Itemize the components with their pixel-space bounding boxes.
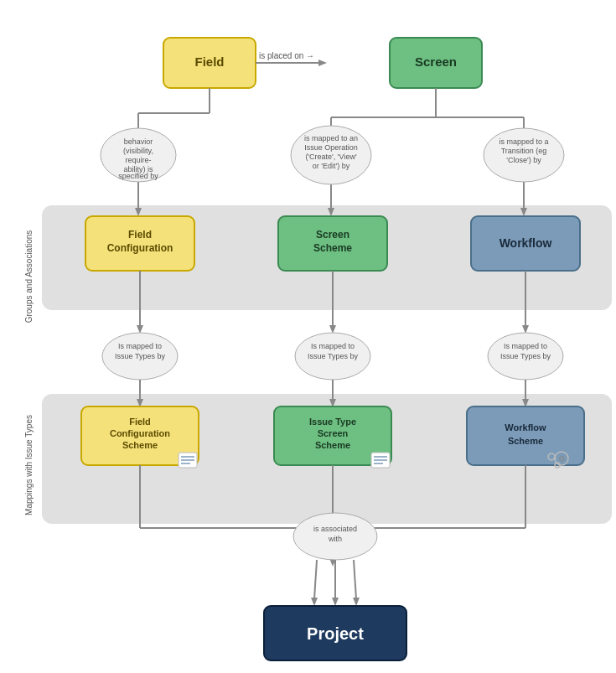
field-config-label-1: Field: [128, 229, 152, 241]
fcs-label-3: Scheme: [122, 440, 158, 450]
field-screen-arrow: [318, 60, 327, 66]
transition-label-3: 'Close') by: [506, 156, 541, 164]
transition-bubble: [484, 128, 564, 182]
is-placed-on-label: is placed on →: [259, 51, 314, 60]
groups-associations-label: Groups and Associations: [24, 230, 34, 324]
assoc-label-2: with: [328, 535, 342, 543]
fcs-label-2: Configuration: [110, 428, 170, 438]
screen-scheme-label-2: Scheme: [313, 242, 352, 254]
assoc-label-1: is associated: [313, 525, 357, 533]
fc-mapped-1: Is mapped to: [118, 342, 162, 350]
issue-op-label-4: or 'Edit') by: [313, 162, 350, 170]
itss-label-1: Issue Type: [309, 417, 356, 427]
screen-label: Screen: [415, 54, 457, 69]
ss-mapped-1: Is mapped to: [311, 342, 355, 350]
issue-op-label-2: Issue Operation: [304, 143, 358, 152]
behavior-label-2: (visibility,: [123, 147, 153, 155]
transition-label-1: is mapped to a: [499, 137, 548, 146]
itss-label-3: Scheme: [315, 440, 350, 450]
project-label: Project: [307, 624, 364, 643]
wfs-label-2: Scheme: [508, 436, 543, 446]
wfs-label-1: Workflow: [505, 422, 546, 432]
itss-label-2: Screen: [318, 428, 349, 438]
wf-mapped-2: Issue Types by: [500, 352, 551, 360]
screen-scheme-label-1: Screen: [316, 229, 349, 241]
behavior-label-1: behavior: [124, 137, 153, 146]
mappings-label: Mappings with Issue Types: [24, 415, 34, 515]
assoc-arrow-right: [354, 560, 356, 599]
behavior-label-3: require-: [125, 156, 151, 164]
field-config-label-2: Configuration: [107, 242, 173, 254]
behavior-label-5: specified by: [118, 172, 158, 180]
assoc-arrow-left: [314, 560, 317, 599]
workflow-label: Workflow: [500, 236, 552, 250]
fc-mapped-2: Issue Types by: [115, 352, 165, 360]
transition-label-2: Transition (eg: [501, 147, 547, 155]
wfs-gear-icon: ⚙: [558, 454, 566, 463]
assoc-right-arrowhead: [353, 598, 360, 606]
issue-op-label-3: ('Create', 'View': [305, 153, 357, 161]
fcs-label-1: Field: [129, 417, 151, 427]
field-label: Field: [194, 54, 224, 69]
assoc-left-arrowhead: [311, 598, 318, 606]
diagram-svg: Groups and Associations Mappings with Is…: [17, 17, 616, 673]
issue-op-label-1: is mapped to an: [304, 134, 358, 142]
wf-mapped-1: Is mapped to: [504, 342, 547, 350]
assoc-center-arrowhead: [332, 598, 339, 606]
ss-mapped-2: Issue Types by: [308, 352, 358, 360]
diagram-container: Groups and Associations Mappings with Is…: [0, 0, 616, 673]
